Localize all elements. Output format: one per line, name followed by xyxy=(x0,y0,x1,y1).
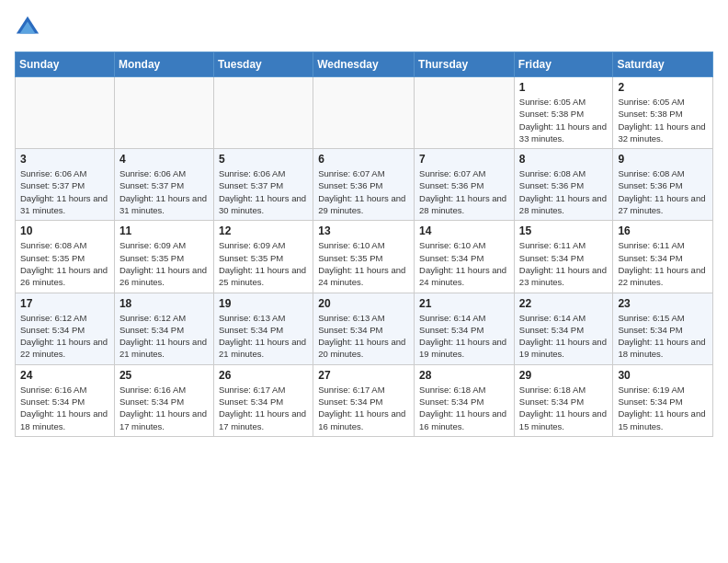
calendar-week-3: 17Sunrise: 6:12 AM Sunset: 5:34 PM Dayli… xyxy=(16,293,713,364)
day-number: 20 xyxy=(318,297,409,310)
day-info: Sunrise: 6:08 AM Sunset: 5:35 PM Dayligh… xyxy=(20,239,109,288)
calendar-header-saturday: Saturday xyxy=(613,52,713,77)
calendar-cell: 8Sunrise: 6:08 AM Sunset: 5:36 PM Daylig… xyxy=(514,149,613,221)
day-number: 8 xyxy=(519,153,609,166)
calendar-cell: 11Sunrise: 6:09 AM Sunset: 5:35 PM Dayli… xyxy=(114,221,213,293)
day-info: Sunrise: 6:06 AM Sunset: 5:37 PM Dayligh… xyxy=(219,167,308,216)
day-info: Sunrise: 6:09 AM Sunset: 5:35 PM Dayligh… xyxy=(219,239,308,288)
day-number: 23 xyxy=(618,297,708,310)
calendar-cell: 19Sunrise: 6:13 AM Sunset: 5:34 PM Dayli… xyxy=(213,293,313,364)
calendar-cell: 15Sunrise: 6:11 AM Sunset: 5:34 PM Dayli… xyxy=(514,221,613,293)
calendar-cell xyxy=(213,77,313,149)
day-info: Sunrise: 6:05 AM Sunset: 5:38 PM Dayligh… xyxy=(519,96,609,144)
calendar-cell: 29Sunrise: 6:18 AM Sunset: 5:34 PM Dayli… xyxy=(514,364,613,436)
day-info: Sunrise: 6:08 AM Sunset: 5:36 PM Dayligh… xyxy=(519,167,609,216)
day-info: Sunrise: 6:06 AM Sunset: 5:37 PM Dayligh… xyxy=(119,167,209,216)
day-info: Sunrise: 6:15 AM Sunset: 5:34 PM Dayligh… xyxy=(618,312,708,361)
day-number: 5 xyxy=(219,153,308,166)
logo-icon xyxy=(15,15,40,40)
day-number: 22 xyxy=(519,297,609,310)
day-number: 1 xyxy=(519,81,609,94)
day-number: 26 xyxy=(219,369,308,382)
day-info: Sunrise: 6:08 AM Sunset: 5:36 PM Dayligh… xyxy=(618,167,708,216)
calendar-cell: 24Sunrise: 6:16 AM Sunset: 5:34 PM Dayli… xyxy=(16,364,115,436)
calendar-cell: 20Sunrise: 6:13 AM Sunset: 5:34 PM Dayli… xyxy=(313,293,415,364)
calendar-week-0: 1Sunrise: 6:05 AM Sunset: 5:38 PM Daylig… xyxy=(16,77,713,149)
day-number: 4 xyxy=(119,153,209,166)
day-number: 30 xyxy=(618,369,708,382)
day-info: Sunrise: 6:18 AM Sunset: 5:34 PM Dayligh… xyxy=(519,384,609,432)
day-number: 6 xyxy=(318,153,409,166)
calendar-cell: 1Sunrise: 6:05 AM Sunset: 5:38 PM Daylig… xyxy=(514,77,613,149)
calendar-cell: 27Sunrise: 6:17 AM Sunset: 5:34 PM Dayli… xyxy=(313,364,415,436)
calendar-week-4: 24Sunrise: 6:16 AM Sunset: 5:34 PM Dayli… xyxy=(16,364,713,436)
day-info: Sunrise: 6:13 AM Sunset: 5:34 PM Dayligh… xyxy=(318,312,409,361)
logo xyxy=(15,15,44,40)
day-info: Sunrise: 6:14 AM Sunset: 5:34 PM Dayligh… xyxy=(519,312,609,361)
calendar-cell xyxy=(415,77,515,149)
calendar-cell: 26Sunrise: 6:17 AM Sunset: 5:34 PM Dayli… xyxy=(213,364,313,436)
day-number: 18 xyxy=(119,297,209,310)
calendar-cell: 25Sunrise: 6:16 AM Sunset: 5:34 PM Dayli… xyxy=(114,364,213,436)
day-info: Sunrise: 6:07 AM Sunset: 5:36 PM Dayligh… xyxy=(318,167,409,216)
day-info: Sunrise: 6:07 AM Sunset: 5:36 PM Dayligh… xyxy=(419,167,509,216)
day-number: 29 xyxy=(519,369,609,382)
calendar-cell: 6Sunrise: 6:07 AM Sunset: 5:36 PM Daylig… xyxy=(313,149,415,221)
day-info: Sunrise: 6:11 AM Sunset: 5:34 PM Dayligh… xyxy=(618,239,708,288)
day-number: 16 xyxy=(618,224,708,237)
calendar-week-1: 3Sunrise: 6:06 AM Sunset: 5:37 PM Daylig… xyxy=(16,149,713,221)
calendar-cell: 18Sunrise: 6:12 AM Sunset: 5:34 PM Dayli… xyxy=(114,293,213,364)
calendar-header-wednesday: Wednesday xyxy=(313,52,415,77)
calendar-cell: 7Sunrise: 6:07 AM Sunset: 5:36 PM Daylig… xyxy=(415,149,515,221)
day-info: Sunrise: 6:06 AM Sunset: 5:37 PM Dayligh… xyxy=(20,167,109,216)
day-info: Sunrise: 6:16 AM Sunset: 5:34 PM Dayligh… xyxy=(20,384,109,432)
day-number: 13 xyxy=(318,224,409,237)
calendar-header-row: SundayMondayTuesdayWednesdayThursdayFrid… xyxy=(16,52,713,77)
calendar-header-friday: Friday xyxy=(514,52,613,77)
calendar-cell xyxy=(16,77,115,149)
calendar-cell: 21Sunrise: 6:14 AM Sunset: 5:34 PM Dayli… xyxy=(415,293,515,364)
calendar-header-sunday: Sunday xyxy=(16,52,115,77)
calendar-cell: 17Sunrise: 6:12 AM Sunset: 5:34 PM Dayli… xyxy=(16,293,115,364)
day-number: 11 xyxy=(119,224,209,237)
day-number: 14 xyxy=(419,224,509,237)
calendar-cell: 12Sunrise: 6:09 AM Sunset: 5:35 PM Dayli… xyxy=(213,221,313,293)
calendar-cell: 22Sunrise: 6:14 AM Sunset: 5:34 PM Dayli… xyxy=(514,293,613,364)
day-number: 17 xyxy=(20,297,109,310)
calendar-cell: 23Sunrise: 6:15 AM Sunset: 5:34 PM Dayli… xyxy=(613,293,713,364)
page-header xyxy=(15,15,713,40)
day-info: Sunrise: 6:14 AM Sunset: 5:34 PM Dayligh… xyxy=(419,312,509,361)
day-number: 27 xyxy=(318,369,409,382)
calendar-cell: 16Sunrise: 6:11 AM Sunset: 5:34 PM Dayli… xyxy=(613,221,713,293)
day-info: Sunrise: 6:05 AM Sunset: 5:38 PM Dayligh… xyxy=(618,96,708,144)
day-info: Sunrise: 6:12 AM Sunset: 5:34 PM Dayligh… xyxy=(119,312,209,361)
day-info: Sunrise: 6:17 AM Sunset: 5:34 PM Dayligh… xyxy=(318,384,409,432)
calendar-cell xyxy=(313,77,415,149)
day-info: Sunrise: 6:09 AM Sunset: 5:35 PM Dayligh… xyxy=(119,239,209,288)
day-number: 10 xyxy=(20,224,109,237)
calendar-cell: 9Sunrise: 6:08 AM Sunset: 5:36 PM Daylig… xyxy=(613,149,713,221)
calendar-cell: 10Sunrise: 6:08 AM Sunset: 5:35 PM Dayli… xyxy=(16,221,115,293)
calendar-header-thursday: Thursday xyxy=(415,52,515,77)
calendar-cell: 13Sunrise: 6:10 AM Sunset: 5:35 PM Dayli… xyxy=(313,221,415,293)
calendar-week-2: 10Sunrise: 6:08 AM Sunset: 5:35 PM Dayli… xyxy=(16,221,713,293)
calendar-header-tuesday: Tuesday xyxy=(213,52,313,77)
calendar-cell: 2Sunrise: 6:05 AM Sunset: 5:38 PM Daylig… xyxy=(613,77,713,149)
day-number: 3 xyxy=(20,153,109,166)
day-number: 2 xyxy=(618,81,708,94)
calendar-cell: 28Sunrise: 6:18 AM Sunset: 5:34 PM Dayli… xyxy=(415,364,515,436)
calendar-cell: 14Sunrise: 6:10 AM Sunset: 5:34 PM Dayli… xyxy=(415,221,515,293)
day-number: 9 xyxy=(618,153,708,166)
day-info: Sunrise: 6:19 AM Sunset: 5:34 PM Dayligh… xyxy=(618,384,708,432)
calendar-cell: 4Sunrise: 6:06 AM Sunset: 5:37 PM Daylig… xyxy=(114,149,213,221)
calendar-table: SundayMondayTuesdayWednesdayThursdayFrid… xyxy=(15,52,713,437)
day-number: 12 xyxy=(219,224,308,237)
day-number: 7 xyxy=(419,153,509,166)
day-info: Sunrise: 6:16 AM Sunset: 5:34 PM Dayligh… xyxy=(119,384,209,432)
day-number: 21 xyxy=(419,297,509,310)
day-number: 24 xyxy=(20,369,109,382)
calendar-cell: 5Sunrise: 6:06 AM Sunset: 5:37 PM Daylig… xyxy=(213,149,313,221)
day-info: Sunrise: 6:10 AM Sunset: 5:34 PM Dayligh… xyxy=(419,239,509,288)
day-info: Sunrise: 6:13 AM Sunset: 5:34 PM Dayligh… xyxy=(219,312,308,361)
day-number: 19 xyxy=(219,297,308,310)
